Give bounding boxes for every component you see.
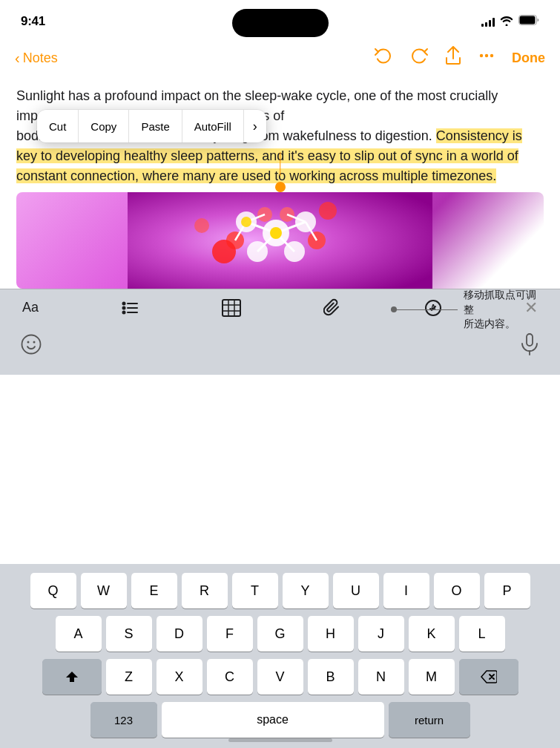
- selection-handle[interactable]: [275, 182, 286, 192]
- svg-point-29: [122, 306, 126, 309]
- key-y[interactable]: Y: [283, 573, 329, 608]
- key-z[interactable]: Z: [106, 659, 152, 695]
- dynamic-island: [232, 9, 329, 37]
- key-v[interactable]: V: [257, 659, 303, 695]
- done-button[interactable]: Done: [512, 50, 545, 66]
- key-i[interactable]: I: [383, 573, 429, 608]
- svg-point-2: [480, 54, 483, 57]
- keyboard-row-1: Q W E R T Y U I O P: [3, 573, 557, 608]
- key-t[interactable]: T: [232, 573, 278, 608]
- toolbar: ‹ Notes: [0, 39, 560, 77]
- svg-point-3: [485, 54, 488, 57]
- keyboard-row-3: Z X C V B N M: [3, 659, 557, 695]
- key-b[interactable]: B: [308, 659, 354, 695]
- key-r[interactable]: R: [182, 573, 228, 608]
- callout-text: 移动抓取点可调整所选内容。: [464, 288, 545, 332]
- format-list-button[interactable]: [113, 297, 146, 319]
- svg-point-26: [319, 202, 337, 220]
- cut-button[interactable]: Cut: [37, 110, 79, 142]
- keyboard: Q W E R T Y U I O P A S D F G H J K L Z …: [0, 564, 560, 748]
- key-x[interactable]: X: [157, 659, 202, 695]
- aa-label: Aa: [22, 300, 39, 315]
- format-aa-button[interactable]: Aa: [15, 297, 46, 318]
- key-k[interactable]: K: [409, 616, 455, 652]
- svg-point-4: [490, 54, 493, 57]
- key-e[interactable]: E: [131, 573, 177, 608]
- copy-button[interactable]: Copy: [79, 110, 129, 142]
- wifi-icon: [500, 16, 513, 28]
- svg-rect-1: [520, 16, 536, 24]
- key-w[interactable]: W: [81, 573, 127, 608]
- svg-point-27: [194, 218, 209, 233]
- key-l[interactable]: L: [459, 616, 505, 652]
- dictation-button[interactable]: [520, 333, 539, 360]
- key-backspace[interactable]: [459, 659, 518, 695]
- autofill-button[interactable]: AutoFill: [182, 110, 244, 142]
- key-o[interactable]: O: [434, 573, 480, 608]
- more-button[interactable]: [478, 47, 495, 69]
- status-time: 9:41: [21, 14, 45, 29]
- status-icons: [481, 15, 539, 28]
- keyboard-row-4: 123 space return: [3, 702, 557, 738]
- note-image: [16, 192, 544, 289]
- key-n[interactable]: N: [358, 659, 404, 695]
- key-d[interactable]: D: [157, 616, 202, 652]
- keyboard-row-2: A S D F G H J K L: [3, 616, 557, 652]
- svg-point-28: [122, 301, 126, 305]
- context-menu: Cut Copy Paste AutoFill ›: [37, 110, 266, 142]
- more-context-button[interactable]: ›: [244, 110, 266, 142]
- undo-button[interactable]: [374, 47, 393, 68]
- battery-icon: [518, 15, 539, 28]
- svg-point-42: [27, 341, 30, 344]
- key-123[interactable]: 123: [90, 702, 157, 738]
- bottom-bar: [0, 326, 560, 375]
- key-s[interactable]: S: [106, 616, 152, 652]
- key-q[interactable]: Q: [30, 573, 76, 608]
- svg-point-30: [122, 310, 126, 314]
- svg-point-25: [212, 240, 236, 263]
- toolbar-icons: Done: [374, 46, 545, 70]
- svg-rect-44: [527, 334, 533, 346]
- svg-point-24: [241, 217, 251, 227]
- svg-point-43: [33, 341, 36, 344]
- selection-handle-line: [280, 152, 281, 176]
- key-c[interactable]: C: [207, 659, 253, 695]
- key-f[interactable]: F: [207, 616, 253, 652]
- back-label: Notes: [23, 50, 58, 66]
- paste-button[interactable]: Paste: [129, 110, 182, 142]
- svg-point-41: [22, 335, 41, 354]
- home-indicator: [228, 738, 332, 742]
- back-button[interactable]: ‹ Notes: [15, 50, 58, 67]
- key-shift[interactable]: [42, 659, 102, 695]
- key-p[interactable]: P: [484, 573, 530, 608]
- chevron-left-icon: ‹: [15, 50, 20, 67]
- format-attach-button[interactable]: [316, 295, 349, 321]
- key-j[interactable]: J: [358, 616, 404, 652]
- callout: 移动抓取点可调整所选内容。: [391, 288, 545, 332]
- share-button[interactable]: [445, 46, 461, 70]
- signal-icon: [481, 16, 495, 27]
- key-a[interactable]: A: [56, 616, 102, 652]
- svg-point-23: [270, 227, 282, 239]
- key-space[interactable]: space: [162, 702, 384, 738]
- key-u[interactable]: U: [333, 573, 379, 608]
- format-table-button[interactable]: [214, 296, 248, 320]
- key-g[interactable]: G: [257, 616, 303, 652]
- redo-button[interactable]: [409, 47, 429, 68]
- key-h[interactable]: H: [308, 616, 354, 652]
- svg-rect-34: [223, 300, 240, 316]
- emoji-button[interactable]: [21, 334, 42, 359]
- key-return[interactable]: return: [389, 702, 470, 738]
- callout-line: [391, 309, 458, 310]
- key-m[interactable]: M: [409, 659, 455, 695]
